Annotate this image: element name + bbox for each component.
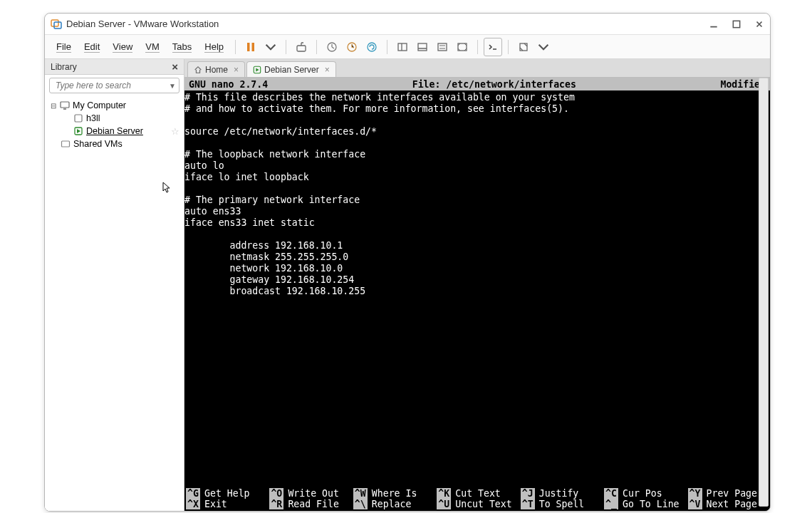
menu-help[interactable]: Help xyxy=(199,38,229,55)
tab-label: Home xyxy=(205,65,228,75)
menu-vm[interactable]: VM xyxy=(140,38,165,55)
layout-single-button[interactable] xyxy=(393,38,412,56)
nano-shortcut: ^\Replace xyxy=(352,499,435,509)
revert-snapshot-button[interactable] xyxy=(363,38,381,56)
unity-button[interactable] xyxy=(514,38,533,56)
nano-app-name: GNU nano 2.7.4 xyxy=(189,79,268,90)
svg-rect-19 xyxy=(61,102,69,108)
divider xyxy=(235,40,236,54)
tab-label: Debian Server xyxy=(264,65,319,75)
tab-close-icon[interactable]: × xyxy=(234,65,239,75)
tree-label: h3ll xyxy=(86,113,100,123)
library-tree: ⊟ My Computer h3ll Debian Server ☆ Share… xyxy=(45,96,184,153)
nano-shortcut: ^VNext Page xyxy=(687,499,770,509)
tree-shared-vms[interactable]: Shared VMs xyxy=(45,138,184,150)
collapse-icon[interactable]: ⊟ xyxy=(49,102,57,110)
menu-label: Edit xyxy=(84,41,100,53)
library-header: Library × xyxy=(45,59,184,75)
library-panel: Library × ▼ ⊟ My Computer h3ll xyxy=(45,59,184,511)
nano-shortcut: ^XExit xyxy=(184,499,268,509)
nano-shortcut: ^WWhere Is xyxy=(352,488,435,499)
library-close-icon[interactable]: × xyxy=(172,61,178,73)
minimize-button[interactable] xyxy=(709,19,719,29)
library-title: Library xyxy=(51,62,77,72)
send-ctrl-alt-del-button[interactable] xyxy=(292,38,311,56)
svg-rect-12 xyxy=(418,43,427,51)
nano-text-area[interactable]: # This file describes the network interf… xyxy=(184,90,770,488)
divider xyxy=(477,40,478,54)
nano-shortcut: ^JJustify xyxy=(519,488,603,499)
tab-bar: Home × Debian Server × xyxy=(184,59,770,78)
menu-tabs[interactable]: Tabs xyxy=(167,38,197,55)
svg-point-9 xyxy=(368,43,376,51)
console-view-button[interactable] xyxy=(484,38,502,56)
layout-grid-button[interactable] xyxy=(433,38,452,56)
pause-vm-button[interactable] xyxy=(241,38,260,56)
svg-rect-23 xyxy=(62,141,70,147)
layout-dual-button[interactable] xyxy=(413,38,432,56)
nano-shortcut: ^CCur Pos xyxy=(603,488,686,499)
search-dropdown-icon[interactable]: ▼ xyxy=(166,82,179,90)
computer-icon xyxy=(60,100,70,110)
tree-vm-h3ll[interactable]: h3ll xyxy=(45,112,184,125)
vm-running-icon xyxy=(253,66,261,74)
pause-dropdown[interactable] xyxy=(261,38,280,56)
titlebar: Debian Server - VMware Workstation xyxy=(45,14,770,35)
svg-rect-14 xyxy=(438,43,447,51)
svg-rect-3 xyxy=(733,21,739,27)
vm-console[interactable]: GNU nano 2.7.4 File: /etc/network/interf… xyxy=(184,78,770,511)
favorite-star-icon[interactable]: ☆ xyxy=(171,126,179,137)
close-button[interactable] xyxy=(754,19,764,29)
snapshot-button[interactable] xyxy=(323,38,341,56)
snapshot-manager-button[interactable] xyxy=(343,38,361,56)
nano-shortcut: ^UUncut Text xyxy=(435,499,519,509)
svg-rect-1 xyxy=(54,22,61,28)
tab-close-icon[interactable]: × xyxy=(325,65,330,75)
search-input[interactable] xyxy=(56,81,163,90)
svg-rect-5 xyxy=(252,43,255,51)
shared-icon xyxy=(61,139,71,149)
menu-label: VM xyxy=(145,41,160,53)
menu-label: File xyxy=(56,41,71,53)
tree-label: Shared VMs xyxy=(73,139,123,149)
nano-file-label: File: /etc/network/interfaces xyxy=(268,79,720,90)
divider xyxy=(508,40,509,54)
menubar: File Edit View VM Tabs Help xyxy=(45,35,770,59)
svg-rect-10 xyxy=(398,43,407,51)
nano-shortcut: ^KCut Text xyxy=(435,488,519,499)
nano-shortcut: ^OWrite Out xyxy=(268,488,351,499)
nano-shortcut: ^_Go To Line xyxy=(603,499,686,509)
tree-vm-debian-server[interactable]: Debian Server ☆ xyxy=(45,125,184,138)
menu-label: Help xyxy=(204,41,224,53)
svg-rect-16 xyxy=(520,43,527,51)
divider xyxy=(286,40,286,54)
menu-label: Tabs xyxy=(172,41,192,53)
svg-rect-6 xyxy=(297,46,306,51)
main-area: Library × ▼ ⊟ My Computer h3ll xyxy=(45,59,770,511)
window-title: Debian Server - VMware Workstation xyxy=(66,19,704,29)
unity-dropdown[interactable] xyxy=(534,38,553,56)
maximize-button[interactable] xyxy=(732,19,741,29)
nano-shortcut: ^RRead File xyxy=(268,499,351,509)
menu-view[interactable]: View xyxy=(107,38,138,55)
content-area: Home × Debian Server × GNU nano 2.7.4 Fi… xyxy=(184,59,770,511)
vmware-app-icon xyxy=(51,19,62,30)
divider xyxy=(316,40,317,54)
svg-rect-4 xyxy=(247,43,250,51)
nano-title-bar: GNU nano 2.7.4 File: /etc/network/interf… xyxy=(184,78,770,90)
menu-edit[interactable]: Edit xyxy=(78,38,105,55)
svg-rect-0 xyxy=(51,20,58,26)
tree-label: Debian Server xyxy=(86,126,143,136)
tree-my-computer[interactable]: ⊟ My Computer xyxy=(45,99,184,112)
tree-label: My Computer xyxy=(73,100,126,110)
tab-home[interactable]: Home × xyxy=(187,61,245,77)
menu-file[interactable]: File xyxy=(51,38,77,55)
divider xyxy=(387,40,387,54)
fullscreen-button[interactable] xyxy=(453,38,472,56)
vertical-scrollbar[interactable] xyxy=(759,78,769,507)
library-search[interactable]: ▼ xyxy=(49,78,179,93)
svg-rect-21 xyxy=(75,115,82,122)
nano-help-bar: ^GGet Help ^OWrite Out ^WWhere Is ^KCut … xyxy=(184,488,770,511)
tab-debian-server[interactable]: Debian Server × xyxy=(246,61,336,77)
nano-shortcut: ^TTo Spell xyxy=(519,499,603,509)
